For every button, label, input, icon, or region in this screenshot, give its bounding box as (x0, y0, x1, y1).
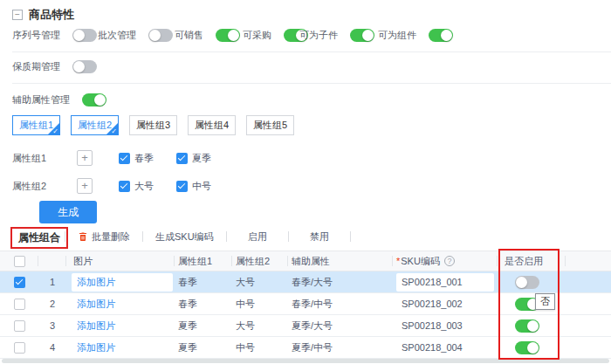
child-part-toggle[interactable] (350, 29, 374, 42)
section-header: − 商品特性 (12, 7, 74, 23)
cell-aux: 夏季/大号 (288, 315, 393, 336)
row-checkbox[interactable] (14, 299, 25, 310)
option-label: 夏季 (192, 152, 211, 165)
table-header-row: 图片 属性组1 属性组2 辅助属性 * SKU编码 ? 是否启用 (0, 251, 611, 271)
required-asterisk: * (396, 256, 400, 266)
row-number: 1 (38, 271, 66, 292)
section-title: 商品特性 (29, 7, 74, 23)
add-image-link[interactable]: 添加图片 (70, 319, 115, 333)
row-checkbox-checked[interactable] (14, 277, 25, 288)
image-upload-box: 添加图片 (72, 273, 173, 292)
attr-row-1: 属性组1 + 春季 夏季 (12, 150, 234, 166)
feature-serial: 序列号管理 (12, 28, 97, 42)
enabled-toggle-on[interactable] (515, 319, 539, 333)
option-label: 中号 (192, 180, 211, 193)
table-row[interactable]: 2 添加图片 春季 中号 春季/中号 (0, 293, 611, 315)
sku-input[interactable] (396, 295, 494, 313)
attr-option[interactable]: 春季 (119, 152, 154, 165)
feature-label: 可采购 (243, 29, 271, 42)
attr-option[interactable]: 夏季 (176, 152, 211, 165)
attr-group-button-5[interactable]: 属性组5 (246, 115, 294, 135)
product-features-panel: − 商品特性 序列号管理 批次管理 可销售 可采购 可为子件 可为组件 保质期管… (0, 0, 611, 364)
cell-filler (566, 271, 611, 292)
add-image-link[interactable]: 添加图片 (70, 341, 115, 354)
attr-group-button-2[interactable]: 属性组2 ✓ (71, 115, 119, 135)
collapse-icon[interactable]: − (12, 10, 23, 20)
divider (12, 83, 611, 84)
header-attr2: 属性组2 (232, 251, 288, 271)
row-checkbox[interactable] (14, 342, 25, 354)
divider (12, 52, 611, 52)
toolbar-separator (65, 231, 65, 242)
add-option-icon[interactable]: + (77, 150, 93, 166)
checkbox-checked[interactable] (176, 181, 188, 192)
attr-option[interactable]: 中号 (176, 180, 211, 193)
header-sku: * SKU编码 ? (393, 251, 498, 271)
add-image-link[interactable]: 添加图片 (72, 276, 115, 289)
cell-aux: 春季/大号 (288, 271, 393, 292)
attr-group-label: 属性组1 (19, 119, 53, 132)
option-label: 春季 (134, 152, 154, 165)
table-row[interactable]: 1 添加图片 春季 大号 春季/大号 (0, 271, 611, 293)
generate-button[interactable]: 生成 (39, 201, 97, 223)
table-row[interactable]: 3 添加图片 夏季 大号 夏季/大号 (0, 315, 611, 337)
attr-group-label: 属性组2 (78, 119, 112, 132)
option-label: 大号 (134, 180, 154, 193)
select-all-checkbox[interactable] (14, 256, 25, 267)
attr-option[interactable]: 大号 (119, 180, 154, 193)
aux-attr-label: 辅助属性管理 (12, 93, 70, 106)
serial-toggle[interactable] (72, 29, 97, 42)
checkbox-checked[interactable] (119, 153, 130, 164)
checkbox-checked[interactable] (176, 153, 188, 164)
header-enabled: 是否启用 (498, 251, 566, 271)
disable-button[interactable]: 禁用 (294, 230, 345, 244)
cell-attr2: 大号 (232, 315, 288, 336)
sku-input[interactable] (396, 273, 494, 292)
horizontal-scrollbar[interactable] (2, 359, 609, 363)
toolbar-separator (226, 231, 227, 242)
feature-sellable: 可销售 (175, 28, 240, 42)
sku-input[interactable] (396, 317, 494, 335)
shelf-life-toggle[interactable] (72, 60, 97, 73)
toolbar-separator (288, 231, 289, 242)
aux-attr-toggle[interactable] (82, 93, 106, 106)
help-icon[interactable]: ? (444, 256, 455, 266)
feature-label: 批次管理 (98, 29, 136, 42)
attr-row-label: 属性组2 (12, 180, 77, 193)
cell-attr2: 中号 (232, 337, 288, 358)
attr-group-button-3[interactable]: 属性组3 (129, 115, 177, 135)
aux-attr-manage-row: 辅助属性管理 (12, 93, 106, 106)
attr-group-label: 属性组5 (253, 119, 287, 132)
table-toolbar: 批量删除 生成SKU编码 启用 禁用 (59, 228, 356, 245)
generate-sku-button[interactable]: 生成SKU编码 (148, 230, 221, 244)
toggle-tooltip: 否 (535, 293, 555, 310)
feature-batch: 批次管理 (98, 28, 173, 42)
add-option-icon[interactable]: + (77, 178, 93, 194)
cell-attr1: 夏季 (175, 337, 232, 358)
feature-child-part: 可为子件 (299, 28, 374, 42)
shelf-life-label: 保质期管理 (12, 60, 60, 73)
sellable-toggle[interactable] (216, 29, 240, 42)
feature-purchasable: 可采购 (243, 28, 308, 42)
batch-toggle[interactable] (148, 29, 173, 42)
header-image: 图片 (66, 251, 175, 271)
enable-button[interactable]: 启用 (232, 230, 283, 244)
attr-group-button-4[interactable]: 属性组4 (188, 115, 236, 135)
checkbox-checked[interactable] (119, 181, 130, 192)
batch-delete-button[interactable]: 批量删除 (71, 230, 137, 244)
row-checkbox[interactable] (14, 320, 25, 332)
table-row[interactable]: 4 添加图片 夏季 中号 夏季/中号 (0, 337, 611, 359)
attr-group-buttons: 属性组1 ✓ 属性组2 ✓ 属性组3 属性组4 属性组5 (12, 115, 294, 135)
attr-row-label: 属性组1 (12, 152, 77, 165)
cell-filler (566, 293, 611, 314)
header-filler (566, 251, 611, 271)
attr-group-button-1[interactable]: 属性组1 ✓ (12, 115, 60, 135)
sku-input[interactable] (396, 339, 494, 357)
enabled-toggle-off[interactable] (515, 276, 539, 289)
add-image-link[interactable]: 添加图片 (70, 298, 115, 311)
component-toggle[interactable] (429, 29, 453, 42)
cell-attr1: 春季 (175, 293, 232, 314)
enabled-toggle-on[interactable] (515, 341, 539, 354)
shelf-life-row: 保质期管理 (12, 59, 97, 73)
sku-table: 图片 属性组1 属性组2 辅助属性 * SKU编码 ? 是否启用 1 添加图片 … (0, 251, 611, 359)
